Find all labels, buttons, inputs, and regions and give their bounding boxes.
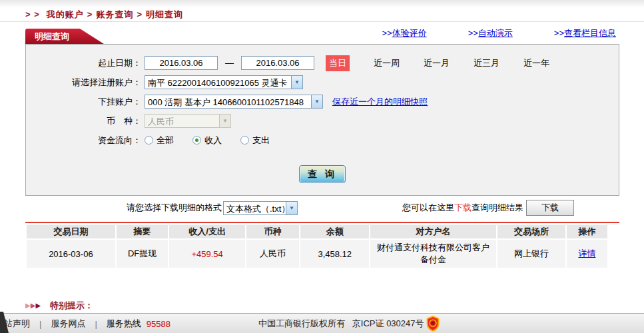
transaction-table: 交易日期 摘要 收入/支出 币种 余额 对方户名 交易场所 操作 2016-03… xyxy=(25,224,609,269)
date-range-row: 起止日期： — 当日 近一周 近一月 近三月 近一年 xyxy=(26,53,619,73)
download-format-label: 请您选择下载明细的格式 xyxy=(127,202,222,214)
flow-radio-income[interactable]: 收入 xyxy=(192,135,222,147)
breadcrumb: > >我的账户>账务查询>明细查询 xyxy=(25,9,183,19)
notice-arrow-icon: ▶ xyxy=(31,302,36,309)
sub-account-select[interactable]: 000 活期 基本户 1406600101102571848 ▼ xyxy=(145,95,323,109)
sub-account-label: 下挂账户： xyxy=(26,96,145,108)
radio-icon xyxy=(145,136,153,145)
topbar: > >我的账户>账务查询>明细查询 xyxy=(0,0,644,22)
col-summary: 摘要 xyxy=(117,225,168,238)
download-format-group: 请您选择下载明细的格式 文本格式（.txt） ▼ xyxy=(127,201,298,215)
col-channel: 交易场所 xyxy=(497,225,565,238)
col-currency: 币种 xyxy=(246,225,300,238)
detail-link[interactable]: 详情 xyxy=(578,248,595,258)
col-counterparty: 对方户名 xyxy=(370,225,496,238)
flow-direction-label: 资金流向： xyxy=(26,135,145,147)
footer-hotline-label: 服务热线 xyxy=(107,318,141,330)
register-account-row: 请选择注册账户： 南平 6222001406100921065 灵通卡 ▼ xyxy=(26,73,619,92)
radio-icon xyxy=(240,136,249,145)
chevron-down-icon: ▼ xyxy=(219,115,230,127)
tab-detail-query: 明细查询 xyxy=(25,29,104,44)
breadcrumb-item-account-query[interactable]: 账务查询 xyxy=(96,9,133,19)
download-hint-suffix: 查询明细结果 xyxy=(472,202,523,214)
notice-arrow-icon: ▶ xyxy=(35,302,41,309)
currency-select-disabled: 人民币 ▼ xyxy=(145,114,231,128)
download-button[interactable]: 下载 xyxy=(526,200,574,216)
notice-arrow-icon: ▶ xyxy=(25,302,31,309)
date-range-label: 起止日期： xyxy=(26,57,145,69)
footer-link-service-outlets[interactable]: 服务网点 xyxy=(51,318,85,330)
flow-direction-row: 资金流向： 全部 收入 支出 xyxy=(26,131,619,150)
quick-range-week[interactable]: 近一周 xyxy=(374,57,400,69)
download-inline-link[interactable]: 下载 xyxy=(454,202,472,214)
col-action: 操作 xyxy=(567,225,607,238)
flow-radio-expense[interactable]: 支出 xyxy=(240,135,270,147)
register-account-label: 请选择注册账户： xyxy=(26,77,145,89)
breadcrumb-item-detail-query[interactable]: 明细查询 xyxy=(146,9,183,19)
cell-amount: +459.54 xyxy=(169,240,244,268)
table-row: 2016-03-06 DF提现 +459.54 人民币 3,458.12 财付通… xyxy=(27,240,607,268)
table-header-row: 交易日期 摘要 收入/支出 币种 余额 对方户名 交易场所 操作 xyxy=(27,225,607,238)
query-form: 起止日期： — 当日 近一周 近一月 近三月 近一年 请选择注册账户： 南平 6… xyxy=(25,44,619,196)
notice-title: 特别提示： xyxy=(50,300,93,312)
cell-balance: 3,458.12 xyxy=(300,240,369,268)
sub-account-row: 下挂账户： 000 活期 基本户 1406600101102571848 ▼ 保… xyxy=(26,92,619,111)
chevron-down-icon: ▼ xyxy=(291,76,302,89)
link-view-column-info[interactable]: >>查看栏目信息 xyxy=(554,27,616,39)
chevron-down-icon: ▼ xyxy=(311,95,322,108)
security-shield-badge-icon[interactable] xyxy=(426,316,440,333)
footer-icp: 京ICP证 030247号 xyxy=(352,318,424,328)
quick-range-quarter[interactable]: 近三月 xyxy=(474,57,499,69)
cell-trade-date: 2016-03-06 xyxy=(27,240,115,268)
panel-header: 明细查询 >>体验评价 >>自动演示 >>查看栏目信息 xyxy=(25,22,619,44)
breadcrumb-prefix: > > xyxy=(25,9,40,19)
download-format-select[interactable]: 文本格式（.txt） ▼ xyxy=(223,201,298,215)
link-experience-rating[interactable]: >>体验评价 xyxy=(382,27,426,39)
col-balance: 余额 xyxy=(300,225,369,238)
footer-links: 网站声明 | 服务网点 | 服务热线 95588 xyxy=(0,318,170,330)
breadcrumb-item-my-account[interactable]: 我的账户 xyxy=(47,9,84,19)
footer-hotline-number: 95588 xyxy=(147,319,170,329)
download-row: 请您选择下载明细的格式 文本格式（.txt） ▼ 您可以在这里下载查询明细结果 … xyxy=(25,197,619,218)
date-to-input[interactable] xyxy=(241,56,314,70)
footer-copyright: 中国工商银行版权所有 京ICP证 030247号 xyxy=(258,318,424,330)
footer: 网站声明 | 服务网点 | 服务热线 95588 中国工商银行版权所有 京ICP… xyxy=(0,313,644,333)
currency-label: 币 种： xyxy=(26,115,145,127)
radio-icon xyxy=(192,136,201,145)
cell-currency: 人民币 xyxy=(246,240,300,268)
save-snapshot-link[interactable]: 保存近一个月的明细快照 xyxy=(332,96,428,108)
date-dash: — xyxy=(225,58,234,68)
panel-links: >>体验评价 >>自动演示 >>查看栏目信息 xyxy=(382,27,619,44)
flow-radio-all[interactable]: 全部 xyxy=(145,135,174,147)
query-button[interactable]: 查 询 xyxy=(299,165,346,183)
col-amount: 收入/支出 xyxy=(169,225,244,238)
col-trade-date: 交易日期 xyxy=(27,225,115,238)
date-from-input[interactable] xyxy=(145,56,218,70)
chevron-down-icon: ▼ xyxy=(286,202,297,214)
download-hint-group: 您可以在这里下载查询明细结果 下载 xyxy=(402,200,574,216)
main-content: 明细查询 >>体验评价 >>自动演示 >>查看栏目信息 起止日期： — 当日 近… xyxy=(0,22,644,326)
cell-counterparty: 财付通支付科技有限公司客户备付金 xyxy=(370,240,496,268)
cell-channel: 网上银行 xyxy=(497,240,565,268)
download-hint-prefix: 您可以在这里 xyxy=(402,202,454,214)
link-auto-demo[interactable]: >>自动演示 xyxy=(468,27,513,39)
quick-range-today[interactable]: 当日 xyxy=(326,55,350,71)
quick-range-year[interactable]: 近一年 xyxy=(523,57,549,69)
quick-range-month[interactable]: 近一月 xyxy=(424,57,450,69)
currency-row: 币 种： 人民币 ▼ xyxy=(26,111,619,131)
section-divider xyxy=(25,222,619,223)
register-account-select[interactable]: 南平 6222001406100921065 灵通卡 ▼ xyxy=(145,75,303,89)
cell-summary: DF提现 xyxy=(117,240,168,268)
